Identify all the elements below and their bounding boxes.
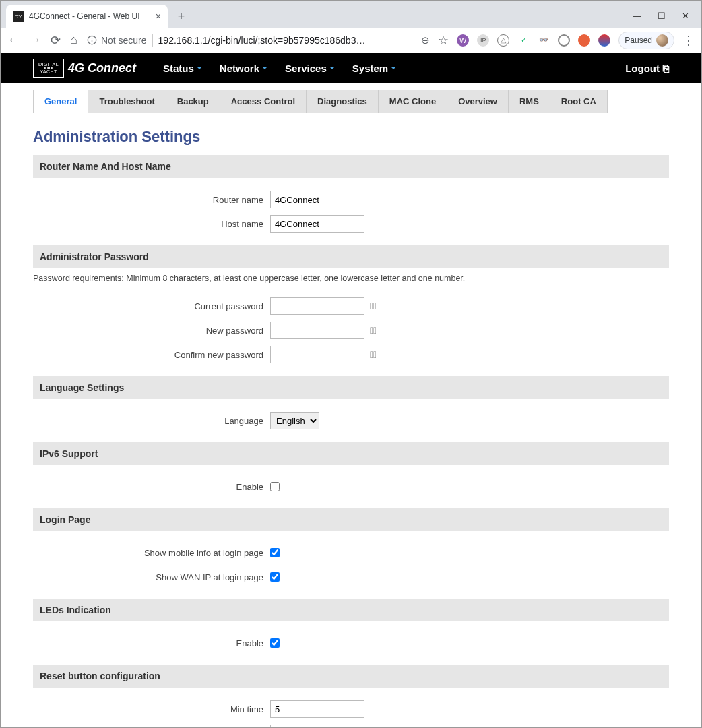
page-title: Administration Settings: [33, 128, 669, 146]
show-mobile-label: Show mobile info at login page: [33, 548, 270, 558]
leds-enable-label: Enable: [33, 638, 270, 648]
browser-titlebar: DY 4GConnect - General - Web UI × + — ☐ …: [1, 1, 701, 28]
min-time-input[interactable]: [270, 700, 364, 718]
chevron-down-icon: [329, 67, 335, 69]
tab-diagnostics[interactable]: Diagnostics: [307, 90, 379, 113]
tab-general[interactable]: General: [33, 90, 88, 113]
router-name-label: Router name: [33, 195, 270, 205]
chevron-down-icon: [197, 67, 202, 69]
section-language: Language Settings: [33, 376, 669, 399]
section-login-page: Login Page: [33, 508, 669, 531]
current-password-input[interactable]: [270, 297, 364, 315]
tab-favicon: DY: [13, 11, 24, 22]
bookmark-star-icon[interactable]: ☆: [438, 33, 449, 48]
extension-icon[interactable]: [558, 34, 570, 47]
confirm-password-label: Confirm new password: [33, 350, 270, 360]
host-name-label: Host name: [33, 219, 270, 229]
tab-close-icon[interactable]: ×: [156, 11, 161, 22]
password-hint: Password requirements: Minimum 8 charact…: [33, 268, 669, 291]
section-admin-password: Administrator Password: [33, 245, 669, 268]
user-avatar-icon: [656, 34, 668, 47]
url-text[interactable]: 192.168.1.1/cgi-bin/luci/;stok=9b57995c1…: [158, 35, 366, 46]
info-icon: [87, 35, 97, 45]
tab-access-control[interactable]: Access Control: [220, 90, 307, 113]
section-leds: LEDs Indication: [33, 599, 669, 621]
tab-root-ca[interactable]: Root CA: [550, 90, 608, 113]
show-wan-label: Show WAN IP at login page: [33, 572, 270, 582]
profile-paused-chip[interactable]: Paused: [618, 32, 674, 49]
brand-text: 4G Connect: [68, 61, 136, 75]
logout-icon: ⎘: [663, 63, 669, 74]
page-viewport[interactable]: DIGITAL ▮▮▮▮▮▮ YACHT 4G Connect Status N…: [1, 53, 701, 727]
show-mobile-checkbox[interactable]: [270, 548, 280, 557]
nav-home-icon[interactable]: ⌂: [70, 33, 77, 47]
extension-icon[interactable]: W: [457, 34, 469, 47]
nav-reload-icon[interactable]: ⟳: [51, 33, 61, 48]
section-router-name: Router Name And Host Name: [33, 155, 669, 178]
new-tab-button[interactable]: +: [172, 7, 191, 26]
nav-system[interactable]: System: [352, 63, 396, 74]
brand-logo: DIGITAL ▮▮▮▮▮▮ YACHT: [33, 59, 64, 78]
language-select[interactable]: English: [270, 412, 319, 429]
sub-tabs: General Troubleshoot Backup Access Contr…: [33, 90, 669, 113]
new-password-label: New password: [33, 326, 270, 336]
tab-overview[interactable]: Overview: [447, 90, 509, 113]
current-password-label: Current password: [33, 301, 270, 311]
extension-icon[interactable]: 👓: [538, 34, 550, 47]
browser-menu-icon[interactable]: ⋮: [682, 33, 695, 48]
divider: [152, 34, 153, 47]
tab-mac-clone[interactable]: MAC Clone: [379, 90, 447, 113]
site-security-indicator[interactable]: Not secure: [87, 35, 147, 46]
show-wan-checkbox[interactable]: [270, 572, 280, 582]
address-bar: ← → ⟳ ⌂ Not secure 192.168.1.1/cgi-bin/l…: [1, 28, 701, 53]
section-ipv6: IPv6 Support: [33, 442, 669, 465]
window-minimize-icon[interactable]: —: [633, 11, 641, 21]
extension-icon[interactable]: IP: [477, 34, 489, 47]
language-label: Language: [33, 416, 270, 426]
min-time-label: Min time: [33, 704, 270, 715]
eye-hidden-icon[interactable]: 👁⃠: [370, 325, 377, 336]
logout-button[interactable]: Logout ⎘: [625, 63, 669, 74]
tab-troubleshoot[interactable]: Troubleshoot: [88, 90, 166, 113]
eye-hidden-icon[interactable]: 👁⃠: [370, 349, 377, 360]
browser-tab[interactable]: DY 4GConnect - General - Web UI ×: [6, 5, 168, 28]
extension-icon[interactable]: △: [497, 34, 509, 47]
nav-services[interactable]: Services: [285, 63, 335, 74]
max-time-input[interactable]: [270, 725, 364, 727]
router-name-input[interactable]: [270, 191, 364, 208]
main-nav: Status Network Services System: [163, 63, 396, 74]
window-close-icon[interactable]: ✕: [682, 11, 689, 21]
window-maximize-icon[interactable]: ☐: [658, 11, 666, 21]
eye-hidden-icon[interactable]: 👁⃠: [370, 301, 377, 311]
extension-icon[interactable]: [578, 34, 590, 47]
confirm-password-input[interactable]: [270, 346, 364, 363]
extension-icon[interactable]: ✓: [517, 34, 530, 47]
extension-icon[interactable]: [598, 34, 610, 47]
leds-enable-checkbox[interactable]: [270, 638, 280, 648]
ipv6-enable-checkbox[interactable]: [270, 482, 280, 491]
nav-status[interactable]: Status: [163, 63, 202, 74]
brand: DIGITAL ▮▮▮▮▮▮ YACHT 4G Connect: [33, 59, 136, 78]
ipv6-enable-label: Enable: [33, 482, 270, 492]
tab-backup[interactable]: Backup: [166, 90, 220, 113]
zoom-icon[interactable]: ⊖: [421, 34, 430, 47]
chevron-down-icon: [262, 67, 267, 69]
nav-back-icon[interactable]: ←: [7, 33, 20, 47]
new-password-input[interactable]: [270, 322, 364, 339]
host-name-input[interactable]: [270, 215, 364, 233]
nav-forward-icon[interactable]: →: [29, 33, 41, 47]
tab-title: 4GConnect - General - Web UI: [29, 11, 150, 21]
chevron-down-icon: [391, 67, 396, 69]
nav-network[interactable]: Network: [220, 63, 267, 74]
section-reset: Reset button configuration: [33, 665, 669, 688]
tab-rms[interactable]: RMS: [509, 90, 550, 113]
router-header: DIGITAL ▮▮▮▮▮▮ YACHT 4G Connect Status N…: [1, 53, 701, 83]
